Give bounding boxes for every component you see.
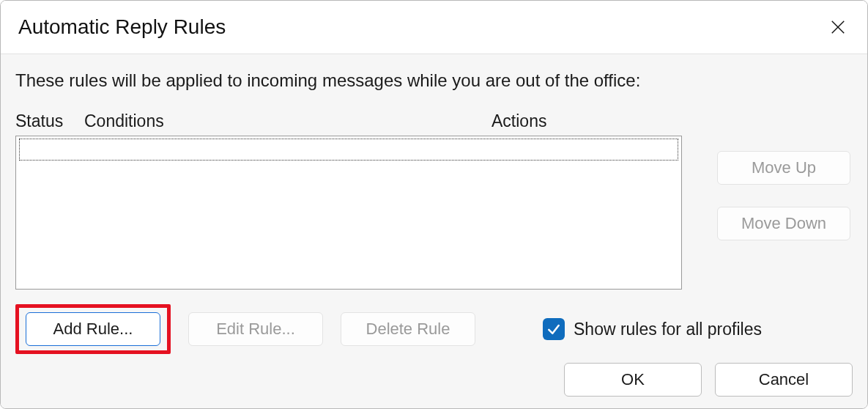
show-all-checkbox-label: Show rules for all profiles: [574, 320, 762, 339]
delete-rule-button[interactable]: Delete Rule: [341, 312, 475, 346]
close-button[interactable]: [823, 12, 853, 42]
rules-listbox[interactable]: [15, 136, 682, 290]
dialog-footer: OK Cancel: [564, 363, 853, 397]
header-actions: Actions: [492, 111, 682, 131]
header-conditions: Conditions: [84, 111, 492, 131]
header-status: Status: [15, 111, 84, 131]
reorder-buttons: Move Up Move Down: [717, 151, 850, 240]
show-all-checkbox[interactable]: [543, 318, 565, 340]
rules-column: Status Conditions Actions: [15, 111, 682, 290]
rules-list-focus-row[interactable]: [19, 139, 678, 161]
move-up-button[interactable]: Move Up: [717, 151, 850, 185]
edit-rule-button[interactable]: Edit Rule...: [188, 312, 323, 346]
add-rule-button[interactable]: Add Rule...: [26, 312, 160, 346]
rule-action-row: Add Rule... Edit Rule... Delete Rule Sho…: [15, 304, 853, 354]
ok-button[interactable]: OK: [564, 363, 702, 397]
show-all-checkbox-wrap: Show rules for all profiles: [543, 318, 762, 340]
checkmark-icon: [546, 322, 561, 336]
dialog-body: These rules will be applied to incoming …: [1, 54, 867, 409]
titlebar: Automatic Reply Rules: [1, 1, 867, 54]
dialog-window: Automatic Reply Rules These rules will b…: [0, 0, 868, 409]
highlight-add-rule: Add Rule...: [15, 304, 171, 354]
cancel-button[interactable]: Cancel: [715, 363, 853, 397]
intro-text: These rules will be applied to incoming …: [15, 70, 853, 91]
column-headers: Status Conditions Actions: [15, 111, 682, 131]
dialog-title: Automatic Reply Rules: [18, 15, 823, 39]
list-area: Status Conditions Actions Move Up Move D…: [15, 111, 853, 290]
close-icon: [830, 19, 846, 35]
move-down-button[interactable]: Move Down: [717, 207, 850, 240]
